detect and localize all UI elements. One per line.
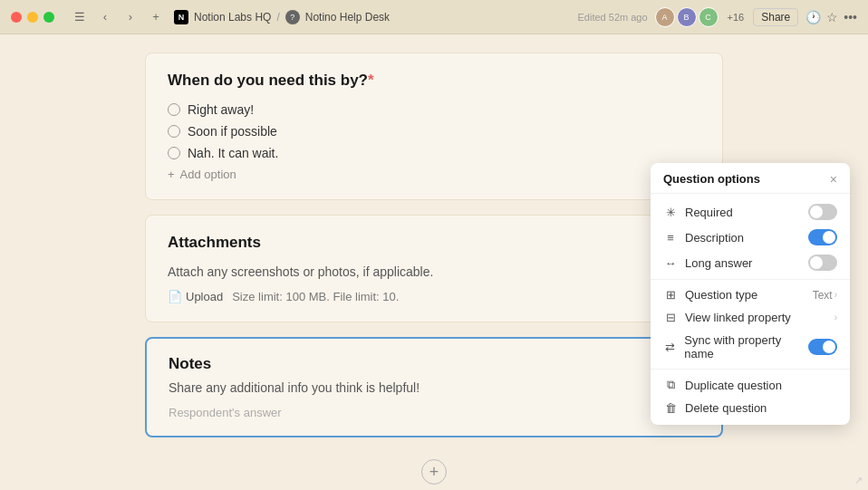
share-button[interactable]: Share <box>753 8 798 26</box>
question-type-value: Text <box>813 289 833 302</box>
plus-count: +16 <box>726 12 747 23</box>
avatar-2: B <box>677 7 697 27</box>
option-sync-property-name: ⇄ Sync with property name <box>651 329 850 365</box>
notes-section: Notes ••• Share any additional info you … <box>145 337 723 437</box>
delete-icon: 🗑 <box>663 401 678 415</box>
sync-label: Sync with property name <box>684 333 808 360</box>
new-tab-button[interactable]: + <box>145 6 167 28</box>
view-linked-label: View linked property <box>685 311 791 324</box>
option-delete-question[interactable]: 🗑 Delete question <box>651 397 850 419</box>
option-duplicate-question[interactable]: ⧉ Duplicate question <box>651 373 850 397</box>
respondent-placeholder: Respondent's answer <box>169 406 699 419</box>
view-linked-chevron: › <box>834 312 837 322</box>
question-type-label: Question type <box>685 288 757 302</box>
option-long-answer: ↔ Long answer <box>651 250 850 275</box>
star-icon[interactable]: ☆ <box>826 10 838 24</box>
more-icon[interactable]: ••• <box>844 10 857 24</box>
description-toggle[interactable] <box>808 229 837 245</box>
long-answer-label: Long answer <box>685 256 752 270</box>
when-section: When do you need this by?* Right away! S… <box>145 53 723 200</box>
radio-circle-2 <box>168 125 180 138</box>
breadcrumb-page[interactable]: Notino Help Desk <box>305 11 390 24</box>
forward-button[interactable]: › <box>120 6 141 28</box>
sync-icon: ⇄ <box>663 341 677 354</box>
upload-row: 📄 Upload Size limit: 100 MB. File limit:… <box>168 290 700 303</box>
avatar-group: A B C <box>655 7 719 27</box>
panel-header: Question options × <box>651 163 850 194</box>
clock-icon: 🕐 <box>805 10 821 24</box>
duplicate-label: Duplicate question <box>685 379 782 392</box>
sync-toggle[interactable] <box>808 339 837 355</box>
toolbar-icons: 🕐 ☆ ••• <box>805 10 857 24</box>
minimize-window-button[interactable] <box>27 12 38 23</box>
divider-2 <box>651 369 850 370</box>
resize-handle: ↗ <box>854 475 863 486</box>
long-answer-icon: ↔ <box>663 256 678 270</box>
attachments-section: Attachments Attach any screenshots or ph… <box>145 215 723 322</box>
attachments-description: Attach any screenshots or photos, if app… <box>168 264 700 279</box>
breadcrumb-workspace[interactable]: Notion Labs HQ <box>194 11 271 24</box>
notes-description: Share any additional info you think is h… <box>169 380 699 395</box>
back-button[interactable]: ‹ <box>94 6 116 28</box>
required-star: * <box>368 72 374 89</box>
panel-body: ✳ Required ≡ Description ↔ Long answer <box>651 194 850 425</box>
description-label: Description <box>685 231 744 245</box>
duplicate-icon: ⧉ <box>663 378 678 392</box>
option-description: ≡ Description <box>651 225 850 250</box>
view-linked-icon: ⊟ <box>663 311 678 324</box>
option-question-type[interactable]: ⊞ Question type Text › <box>651 283 850 306</box>
upload-icon: 📄 <box>168 290 182 303</box>
avatar-3: C <box>699 7 719 27</box>
traffic-lights <box>11 12 54 23</box>
plus-icon: + <box>168 168 175 181</box>
close-window-button[interactable] <box>11 12 22 23</box>
chevron-right-icon: › <box>834 290 837 300</box>
size-note: Size limit: 100 MB. File limit: 10. <box>232 290 399 303</box>
add-row: + <box>145 452 723 490</box>
when-title: When do you need this by?* <box>168 72 700 90</box>
question-type-icon: ⊞ <box>663 288 678 302</box>
option-wait[interactable]: Nah. It can wait. <box>168 146 700 160</box>
panel-close-button[interactable]: × <box>830 173 837 186</box>
required-icon: ✳ <box>663 206 678 219</box>
required-toggle[interactable] <box>808 204 837 220</box>
notes-header: Notes ••• <box>169 355 699 373</box>
title-bar: ☰ ‹ › + N Notion Labs HQ / ? Notino Help… <box>0 0 868 34</box>
breadcrumb-separator: / <box>276 11 279 24</box>
radio-circle-1 <box>168 103 180 116</box>
panel-title: Question options <box>663 172 760 186</box>
option-view-linked-property[interactable]: ⊟ View linked property › <box>651 306 850 329</box>
notion-logo: N <box>174 10 188 24</box>
add-option-button[interactable]: + Add option <box>168 168 700 181</box>
add-section-button[interactable]: + <box>421 459 447 485</box>
radio-circle-3 <box>168 147 180 159</box>
edited-label: Edited 52m ago <box>578 12 648 23</box>
description-icon: ≡ <box>663 231 678 245</box>
delete-label: Delete question <box>685 401 767 415</box>
upload-button[interactable]: 📄 Upload <box>168 290 223 303</box>
help-desk-icon: ? <box>285 10 300 24</box>
nav-icons: ☰ ‹ › + <box>69 6 167 28</box>
question-options-panel: Question options × ✳ Required ≡ Descript… <box>651 163 850 425</box>
avatar-1: A <box>655 7 675 27</box>
required-label: Required <box>685 206 733 219</box>
title-bar-right: Edited 52m ago A B C +16 Share 🕐 ☆ ••• <box>578 7 857 27</box>
long-answer-toggle[interactable] <box>808 255 837 271</box>
address-bar: N Notion Labs HQ / ? Notino Help Desk <box>174 10 571 24</box>
attachments-title: Attachments <box>168 234 700 252</box>
sidebar-toggle[interactable]: ☰ <box>69 6 91 28</box>
notes-title: Notes <box>169 355 211 373</box>
option-right-away[interactable]: Right away! <box>168 102 700 117</box>
option-soon[interactable]: Soon if possible <box>168 124 700 139</box>
divider-1 <box>651 279 850 280</box>
maximize-window-button[interactable] <box>43 12 54 23</box>
option-required: ✳ Required <box>651 199 850 225</box>
